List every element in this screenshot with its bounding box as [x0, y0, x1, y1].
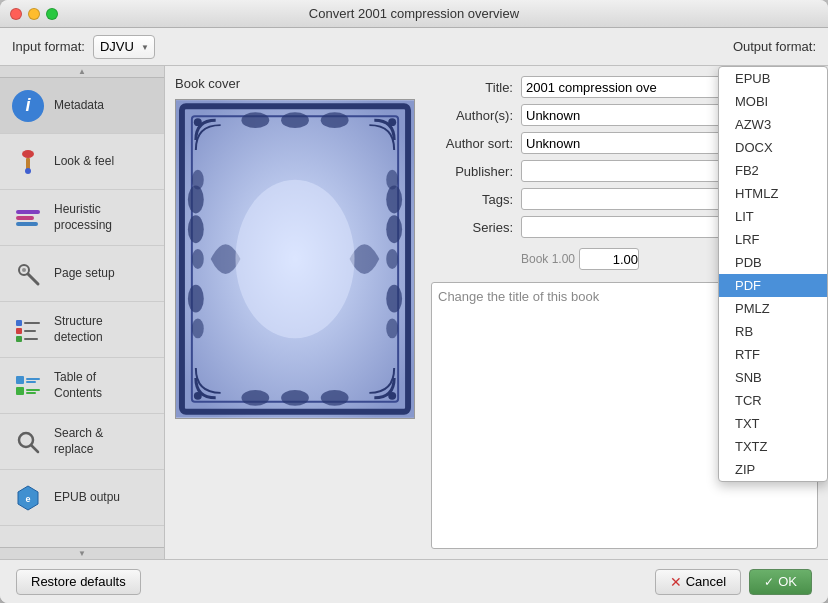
titlebar: Convert 2001 compression overview — [0, 0, 828, 28]
wrench-icon — [10, 256, 46, 292]
close-button[interactable] — [10, 8, 22, 20]
structure-icon — [10, 312, 46, 348]
svg-rect-11 — [16, 336, 22, 342]
minimize-button[interactable] — [28, 8, 40, 20]
svg-point-28 — [194, 118, 202, 126]
sidebar-item-metadata[interactable]: i Metadata — [0, 78, 164, 134]
dropdown-item-tcr[interactable]: TCR — [719, 389, 827, 412]
input-format-select[interactable]: DJVU — [93, 35, 155, 59]
input-format-select-wrapper[interactable]: DJVU — [93, 35, 155, 59]
dropdown-item-docx[interactable]: DOCX — [719, 136, 827, 159]
tags-label: Tags: — [431, 192, 521, 207]
dropdown-item-zip[interactable]: ZIP — [719, 458, 827, 481]
dropdown-item-mobi[interactable]: MOBI — [719, 90, 827, 113]
content-area: Book cover — [165, 66, 828, 559]
dropdown-item-azw3[interactable]: AZW3 — [719, 113, 827, 136]
sidebar-label-search-replace: Search &replace — [54, 426, 103, 457]
dropdown-item-pdf[interactable]: PDF — [719, 274, 827, 297]
svg-text:e: e — [25, 494, 30, 504]
main-content: ▲ i Metadata Look & feel — [0, 66, 828, 559]
sidebar-item-search-replace[interactable]: Search &replace — [0, 414, 164, 470]
svg-point-46 — [321, 112, 349, 128]
svg-point-44 — [241, 112, 269, 128]
svg-rect-10 — [16, 328, 22, 334]
sidebar-label-look-feel: Look & feel — [54, 154, 114, 170]
sidebar-label-epub-output: EPUB outpu — [54, 490, 120, 506]
cancel-button[interactable]: ✕ Cancel — [655, 569, 741, 595]
sidebar-item-heuristic[interactable]: Heuristicprocessing — [0, 190, 164, 246]
dropdown-item-txtz[interactable]: TXTZ — [719, 435, 827, 458]
output-format-dropdown: EPUB MOBI AZW3 DOCX FB2 HTMLZ LIT LRF PD… — [718, 66, 828, 482]
sidebar-label-metadata: Metadata — [54, 98, 104, 114]
sidebar-item-page-setup[interactable]: Page setup — [0, 246, 164, 302]
authors-label: Author(s): — [431, 108, 521, 123]
description-placeholder: Change the title of this book — [438, 289, 599, 304]
sidebar-label-heuristic: Heuristicprocessing — [54, 202, 112, 233]
book-cover-section: Book cover — [175, 76, 415, 549]
svg-rect-9 — [16, 320, 22, 326]
book-number-field[interactable] — [579, 248, 639, 270]
restore-defaults-button[interactable]: Restore defaults — [16, 569, 141, 595]
dropdown-item-fb2[interactable]: FB2 — [719, 159, 827, 182]
svg-rect-16 — [26, 378, 40, 380]
epub-icon: e — [10, 480, 46, 516]
svg-point-35 — [192, 249, 204, 269]
dropdown-item-txt[interactable]: TXT — [719, 412, 827, 435]
svg-rect-13 — [24, 330, 36, 332]
dropdown-item-lit[interactable]: LIT — [719, 205, 827, 228]
svg-point-33 — [192, 170, 204, 190]
svg-point-30 — [194, 392, 202, 400]
bottombar: Restore defaults ✕ Cancel ✓ OK — [0, 559, 828, 603]
ok-button[interactable]: ✓ OK — [749, 569, 812, 595]
dropdown-item-lrf[interactable]: LRF — [719, 228, 827, 251]
svg-point-42 — [386, 285, 402, 313]
dropdown-item-pdb[interactable]: PDB — [719, 251, 827, 274]
svg-point-47 — [241, 390, 269, 406]
window-controls — [10, 8, 58, 20]
svg-point-0 — [22, 150, 34, 158]
maximize-button[interactable] — [46, 8, 58, 20]
dropdown-item-pmlz[interactable]: PMLZ — [719, 297, 827, 320]
dropdown-item-rb[interactable]: RB — [719, 320, 827, 343]
cancel-label: Cancel — [686, 574, 726, 589]
sidebar-item-structure[interactable]: Structuredetection — [0, 302, 164, 358]
title-label: Title: — [431, 80, 521, 95]
publisher-label: Publisher: — [431, 164, 521, 179]
svg-line-22 — [31, 445, 38, 452]
cancel-icon: ✕ — [670, 574, 682, 590]
input-format-label: Input format: — [12, 39, 85, 54]
book-cover-image[interactable] — [175, 99, 415, 419]
svg-point-31 — [388, 392, 396, 400]
sidebar-scroll-top: ▲ — [0, 66, 164, 78]
svg-rect-3 — [16, 210, 40, 214]
book-cover-label: Book cover — [175, 76, 415, 91]
svg-point-36 — [188, 285, 204, 313]
svg-rect-14 — [24, 338, 38, 340]
svg-point-29 — [388, 118, 396, 126]
sidebar-item-epub-output[interactable]: e EPUB outpu — [0, 470, 164, 526]
toolbar-right: Output format: — [733, 39, 816, 54]
dropdown-item-snb[interactable]: SNB — [719, 366, 827, 389]
svg-point-48 — [281, 390, 309, 406]
action-buttons: ✕ Cancel ✓ OK — [655, 569, 812, 595]
brush-icon — [10, 144, 46, 180]
output-format-label: Output format: — [733, 39, 816, 54]
sidebar-item-look-feel[interactable]: Look & feel — [0, 134, 164, 190]
dropdown-item-epub[interactable]: EPUB — [719, 67, 827, 90]
book-number-label: Book 1.00 — [521, 252, 575, 266]
book-cover-svg — [176, 99, 414, 419]
sidebar-label-toc: Table ofContents — [54, 370, 102, 401]
svg-point-49 — [321, 390, 349, 406]
svg-point-34 — [188, 215, 204, 243]
dropdown-item-rtf[interactable]: RTF — [719, 343, 827, 366]
svg-rect-17 — [26, 381, 36, 383]
sidebar-item-toc[interactable]: Table ofContents — [0, 358, 164, 414]
main-window: Convert 2001 compression overview Input … — [0, 0, 828, 603]
sidebar: ▲ i Metadata Look & feel — [0, 66, 165, 559]
svg-rect-18 — [16, 387, 24, 395]
window-title: Convert 2001 compression overview — [309, 6, 519, 21]
search-icon — [10, 424, 46, 460]
svg-rect-4 — [16, 216, 34, 220]
dropdown-item-htmlz[interactable]: HTMLZ — [719, 182, 827, 205]
toolbar: Input format: DJVU Output format: — [0, 28, 828, 66]
